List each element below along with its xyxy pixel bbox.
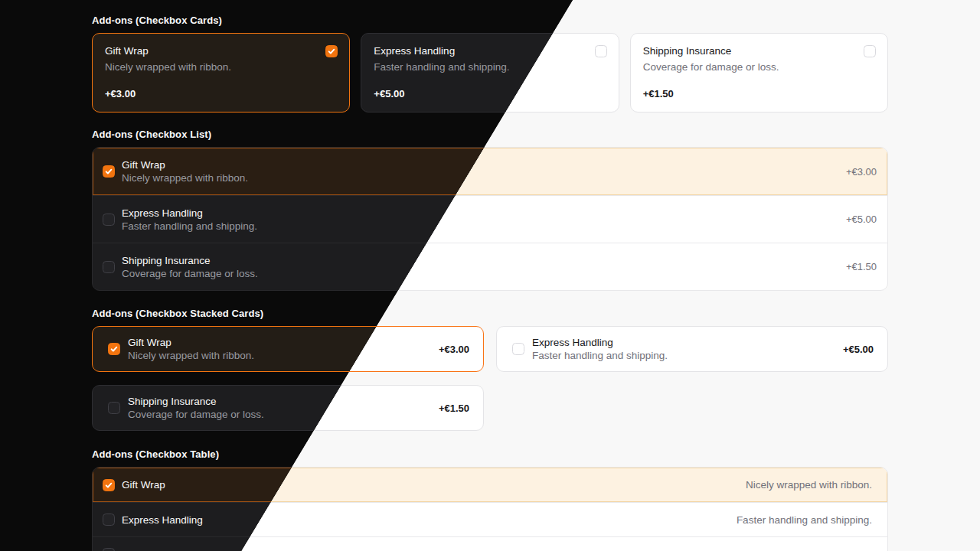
checkmark-icon (106, 170, 112, 174)
addon-price: +€3.00 (846, 166, 877, 178)
checkmark-icon (106, 483, 112, 487)
express-handling-checkbox-icon[interactable] (103, 214, 115, 226)
addon-title: Gift Wrap (128, 336, 254, 349)
shipping-insurance-checkbox-icon[interactable] (108, 402, 120, 414)
shipping-insurance-checkbox-icon[interactable] (103, 548, 115, 551)
addon-description: Coverage for damage or loss. (122, 267, 258, 280)
addon-description: Nicely wrapped with ribbon. (128, 349, 254, 362)
addon-price: +€1.50 (846, 261, 877, 272)
gift-wrap-checkbox-checked-icon[interactable] (103, 479, 115, 491)
addon-price: +€1.50 (643, 88, 875, 99)
addon-price: +€5.00 (846, 214, 877, 225)
gift-wrap-checkbox-checked-icon[interactable] (103, 165, 115, 178)
gift-wrap-checkbox-checked-icon[interactable] (325, 45, 338, 57)
shipping-insurance-checkbox-icon[interactable] (864, 45, 876, 57)
addon-card-gift-wrap[interactable]: Gift Wrap Nicely wrapped with ribbon. +€… (92, 33, 350, 112)
express-handling-checkbox-icon[interactable] (103, 514, 115, 526)
shipping-insurance-checkbox-icon[interactable] (103, 261, 115, 273)
stacked-card-express-handling[interactable]: Express Handling Faster handling and shi… (496, 326, 888, 372)
checkmark-icon (112, 347, 117, 351)
addon-description: Nicely wrapped with ribbon. (746, 479, 872, 491)
addon-price: +€5.00 (843, 344, 874, 355)
row-text: Shipping Insurance Coverage for damage o… (128, 395, 264, 421)
checkmark-icon (329, 50, 335, 54)
addon-title: Shipping Insurance (128, 395, 264, 408)
addon-title: Gift Wrap (105, 44, 337, 57)
addon-title: Shipping Insurance (643, 44, 875, 57)
addon-title: Express Handling (122, 514, 203, 527)
addon-description: Faster handling and shipping. (737, 514, 872, 526)
addon-description: Coverage for damage or loss. (128, 408, 264, 421)
addon-title: Gift Wrap (122, 158, 248, 171)
row-text: Gift Wrap Nicely wrapped with ribbon. (128, 336, 254, 362)
addon-price: +€3.00 (105, 88, 337, 99)
addon-description: Coverage for damage or loss. (643, 60, 875, 73)
theme-split-stage: Add-ons (Checkbox Cards) Gift Wrap Nicel… (0, 0, 980, 551)
row-text: Gift Wrap Nicely wrapped with ribbon. (122, 158, 248, 184)
addon-price: +€1.50 (439, 403, 469, 414)
row-text: Shipping Insurance Coverage for damage o… (122, 254, 258, 280)
addon-card-shipping-insurance[interactable]: Shipping Insurance Coverage for damage o… (630, 33, 888, 112)
addon-description: Faster handling and shipping. (122, 220, 257, 233)
addon-description: Coverage for damage or loss. (736, 549, 872, 551)
addon-description: Nicely wrapped with ribbon. (105, 60, 337, 73)
row-text: Express Handling Faster handling and shi… (532, 336, 668, 362)
addon-title: Express Handling (532, 336, 668, 349)
express-handling-checkbox-icon[interactable] (595, 45, 607, 57)
row-text: Express Handling Faster handling and shi… (122, 207, 257, 233)
addon-description: Faster handling and shipping. (532, 349, 668, 362)
addon-title: Shipping Insurance (122, 254, 258, 267)
addon-title: Express Handling (122, 207, 257, 220)
addon-description: Nicely wrapped with ribbon. (122, 171, 248, 184)
addon-price: +€3.00 (439, 344, 469, 355)
addon-title: Gift Wrap (122, 478, 165, 491)
gift-wrap-checkbox-checked-icon[interactable] (108, 343, 120, 355)
express-handling-checkbox-icon[interactable] (512, 343, 524, 355)
addon-title: Shipping Insurance (122, 548, 211, 551)
